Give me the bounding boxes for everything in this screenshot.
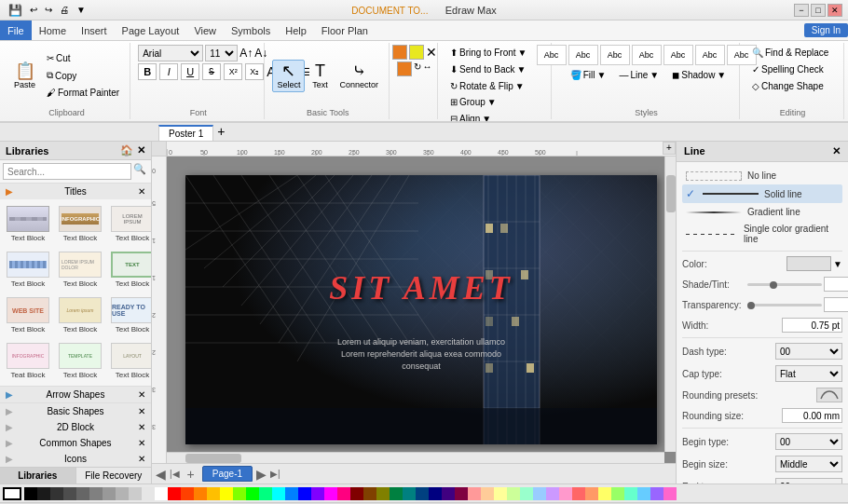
- palette-color-swatch[interactable]: [429, 487, 442, 500]
- decrease-font-icon[interactable]: A↓: [254, 47, 267, 60]
- palette-color-swatch[interactable]: [390, 487, 403, 500]
- page-first-icon[interactable]: |◀: [170, 469, 180, 479]
- style-cell-3[interactable]: Abc: [632, 45, 662, 65]
- scrollbar-thumb-v[interactable]: [666, 175, 676, 212]
- menu-home[interactable]: Home: [32, 20, 74, 40]
- shape-delete-icon[interactable]: ✕: [426, 45, 437, 60]
- list-item[interactable]: LOREM IPSUM DOLOR Text Block: [56, 249, 104, 291]
- list-item[interactable]: TEMPLATE Text Block: [56, 340, 104, 382]
- color-swatch[interactable]: [786, 256, 831, 271]
- ruler-corner-icon[interactable]: +: [663, 142, 676, 155]
- scrollbar-horizontal[interactable]: [167, 452, 664, 463]
- superscript-button[interactable]: X²: [224, 63, 242, 80]
- transparency-input[interactable]: [824, 297, 848, 312]
- palette-color-swatch[interactable]: [181, 487, 194, 500]
- palette-color-swatch[interactable]: [259, 487, 272, 500]
- default-color-button[interactable]: [3, 487, 21, 500]
- home-icon[interactable]: 🏠: [120, 144, 133, 157]
- palette-color-swatch[interactable]: [337, 487, 350, 500]
- width-input[interactable]: [782, 318, 842, 333]
- italic-button[interactable]: I: [159, 63, 178, 80]
- style-cell-0[interactable]: Abc: [537, 45, 567, 65]
- no-line-option[interactable]: No line: [682, 168, 842, 184]
- spelling-button[interactable]: ✓ Spelling Check: [747, 61, 828, 77]
- list-item[interactable]: Lorem ipsum Text Block: [56, 294, 104, 336]
- begin-size-select[interactable]: Middle: [775, 456, 842, 472]
- lib-basic-shapes-header[interactable]: ▶ Basic Shapes ✕: [0, 403, 151, 419]
- shape-color-2[interactable]: [397, 61, 412, 76]
- palette-color-swatch[interactable]: [50, 487, 63, 500]
- palette-color-swatch[interactable]: [129, 487, 142, 500]
- cap-type-select[interactable]: Flat: [775, 365, 842, 382]
- fill-dropdown[interactable]: ▼: [597, 70, 607, 80]
- list-item[interactable]: LAYOUT Text Block: [108, 340, 151, 382]
- menu-view[interactable]: View: [186, 20, 224, 40]
- palette-color-swatch[interactable]: [63, 487, 76, 500]
- palette-color-swatch[interactable]: [572, 487, 585, 500]
- palette-color-swatch[interactable]: [324, 487, 337, 500]
- scrollbar-thumb-h[interactable]: [185, 454, 241, 463]
- palette-color-swatch[interactable]: [494, 487, 507, 500]
- shadow-dropdown[interactable]: ▼: [717, 70, 726, 80]
- palette-color-swatch[interactable]: [546, 487, 559, 500]
- text-button[interactable]: T Text: [307, 60, 333, 92]
- group-button[interactable]: ⊞ Group ▼: [445, 94, 501, 110]
- basic-shapes-close-icon[interactable]: ✕: [138, 406, 145, 416]
- palette-color-swatch[interactable]: [246, 487, 259, 500]
- lib-section-titles-header[interactable]: ▶ Titles ✕: [0, 184, 151, 199]
- page-next-icon[interactable]: ▶: [256, 467, 267, 482]
- single-color-gradient-option[interactable]: Single color gradient line: [682, 221, 842, 247]
- shadow-button[interactable]: ◼ Shadow ▼: [667, 67, 731, 83]
- palette-color-swatch[interactable]: [233, 487, 246, 500]
- palette-color-swatch[interactable]: [663, 487, 677, 500]
- page-last-icon[interactable]: ▶|: [270, 469, 280, 479]
- palette-color-swatch[interactable]: [455, 487, 468, 500]
- palette-color-swatch[interactable]: [220, 487, 233, 500]
- lib-2d-block-header[interactable]: ▶ 2D Block ✕: [0, 419, 151, 435]
- menu-file[interactable]: File: [0, 20, 32, 40]
- shape-color-orange[interactable]: [392, 45, 407, 60]
- maximize-button[interactable]: □: [811, 4, 826, 17]
- titles-close-icon[interactable]: ✕: [138, 186, 145, 197]
- list-item[interactable]: Text Block: [4, 203, 52, 245]
- end-type-select[interactable]: 00: [775, 478, 842, 484]
- line-dropdown[interactable]: ▼: [650, 70, 659, 80]
- copy-button[interactable]: ⧉ Copy: [42, 67, 124, 84]
- font-size-select[interactable]: 11: [205, 45, 238, 61]
- style-cell-5[interactable]: Abc: [695, 45, 725, 65]
- transparency-thumb[interactable]: [747, 302, 755, 309]
- page-tab-1[interactable]: Page-1: [202, 466, 253, 482]
- palette-color-swatch[interactable]: [37, 487, 50, 500]
- subscript-button[interactable]: X₂: [245, 63, 264, 80]
- signin-button[interactable]: Sign In: [804, 23, 848, 37]
- strikethrough-button[interactable]: S̶: [202, 63, 221, 80]
- group-dropdown[interactable]: ▼: [487, 97, 497, 107]
- palette-color-swatch[interactable]: [598, 487, 611, 500]
- list-item[interactable]: TEXT Text Block: [108, 249, 151, 291]
- qat-redo[interactable]: ↪: [42, 4, 55, 16]
- palette-color-swatch[interactable]: [285, 487, 298, 500]
- palette-color-swatch[interactable]: [155, 487, 168, 500]
- style-cell-4[interactable]: Abc: [663, 45, 693, 65]
- palette-color-swatch[interactable]: [311, 487, 324, 500]
- palette-color-swatch[interactable]: [442, 487, 455, 500]
- palette-color-swatch[interactable]: [533, 487, 546, 500]
- palette-color-swatch[interactable]: [520, 487, 533, 500]
- palette-color-swatch[interactable]: [168, 487, 181, 500]
- qat-dropdown[interactable]: ▼: [74, 4, 89, 16]
- canvas[interactable]: SIT AMET Lorem ut aliquip veniam, exerci…: [167, 157, 676, 463]
- send-back-dropdown[interactable]: ▼: [516, 64, 526, 75]
- menu-help[interactable]: Help: [278, 20, 314, 40]
- palette-color-swatch[interactable]: [350, 487, 363, 500]
- palette-color-swatch[interactable]: [624, 487, 637, 500]
- shape-flip-icon[interactable]: ↔: [423, 61, 432, 76]
- palette-color-swatch[interactable]: [142, 487, 155, 500]
- doc-tab-poster[interactable]: Poster 1: [158, 125, 213, 141]
- shade-tint-slider[interactable]: [747, 283, 822, 286]
- line-panel-close-icon[interactable]: ✕: [832, 145, 841, 157]
- bold-button[interactable]: B: [138, 63, 157, 80]
- scrollbar-vertical[interactable]: [664, 157, 676, 452]
- shade-tint-thumb[interactable]: [770, 281, 777, 289]
- find-replace-button[interactable]: 🔍 Find & Replace: [747, 45, 833, 61]
- close-libraries-icon[interactable]: ✕: [137, 144, 145, 157]
